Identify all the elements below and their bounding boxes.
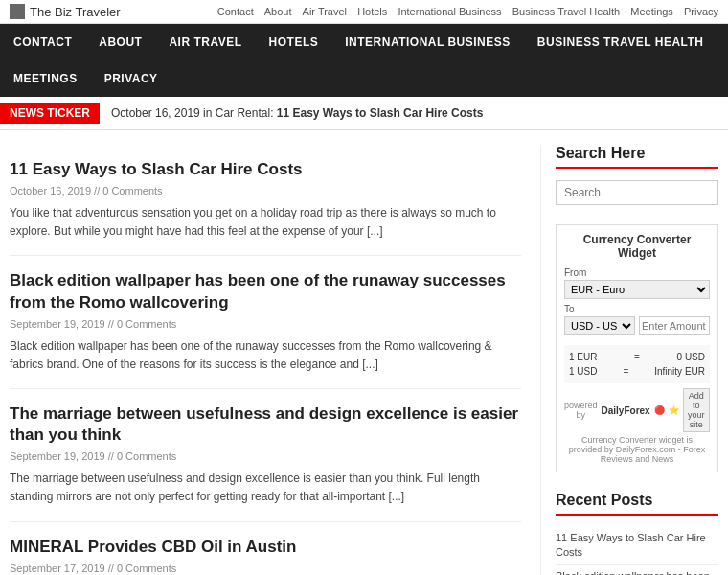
nav-hotels[interactable]: HOTELS	[256, 24, 332, 60]
article-3: The marriage between usefulness and desi…	[10, 389, 521, 522]
nav-health[interactable]: BUSINESS TRAVEL HEALTH	[524, 24, 717, 60]
search-heading: Search Here	[556, 145, 718, 169]
rate2-eq: =	[623, 366, 628, 377]
ticker-category[interactable]: Car Rental	[216, 106, 270, 120]
rate-row-2: 1 USD = Infinity EUR	[569, 364, 705, 379]
rate2-to: Infinity EUR	[654, 366, 705, 377]
article-3-meta: September 19, 2019 // 0 Comments	[10, 450, 521, 462]
article-2-meta: September 19, 2019 // 0 Comments	[10, 318, 521, 330]
dailyforex-logo: DailyForex	[602, 405, 650, 416]
article-3-date: September 19, 2019	[10, 450, 105, 462]
top-link-airtravel[interactable]: Air Travel	[303, 6, 347, 17]
top-link-contact[interactable]: Contact	[217, 6, 254, 17]
article-4-sep: //	[108, 563, 117, 574]
logo: The Biz Traveler	[10, 4, 121, 19]
currency-from-select[interactable]: EUR - Euro	[564, 280, 710, 299]
article-1-comments: 0 Comments	[102, 185, 162, 196]
article-2: Black edition wallpaper has been one of …	[10, 256, 521, 389]
article-4-title[interactable]: MINERAL Provides CBD Oil in Austin	[10, 538, 296, 556]
news-ticker-bar: News Ticker October 16, 2019 in Car Rent…	[0, 97, 728, 130]
top-link-privacy[interactable]: Privacy	[684, 6, 718, 17]
search-input[interactable]	[556, 180, 718, 205]
forex-icon2: ⭐	[669, 405, 679, 415]
recent-post-2-link[interactable]: Black edition wallpaper has been one of …	[556, 570, 710, 575]
article-1-title[interactable]: 11 Easy Ways to Slash Car Hire Costs	[10, 160, 303, 178]
nav-about[interactable]: ABOUT	[85, 24, 155, 60]
nav-intlbiz[interactable]: INTERNATIONAL BUSINESS	[331, 24, 524, 60]
main-container: 11 Easy Ways to Slash Car Hire Costs Oct…	[0, 130, 728, 575]
currency-widget-title: Currency Converter Widget	[564, 233, 710, 260]
forex-note: Currency Converter widget is provided by…	[564, 435, 710, 464]
top-link-hotels[interactable]: Hotels	[357, 6, 387, 17]
add-site-button[interactable]: Add to your site	[683, 388, 710, 432]
ticker-headline[interactable]: 11 Easy Ways to Slash Car Hire Costs	[277, 106, 484, 120]
top-link-about[interactable]: About	[264, 6, 292, 17]
nav-privacy[interactable]: PRIVACY	[91, 60, 171, 97]
rate-row-1: 1 EUR = 0 USD	[569, 350, 705, 364]
article-1: 11 Easy Ways to Slash Car Hire Costs Oct…	[10, 145, 521, 256]
article-4-date: September 17, 2019	[10, 563, 105, 574]
article-3-excerpt: The marriage between usefulness and desi…	[10, 470, 521, 506]
powered-by-label: powered by	[564, 401, 598, 420]
logo-icon	[10, 4, 25, 19]
article-1-date: October 16, 2019	[10, 185, 91, 196]
search-box: Search Here	[556, 145, 718, 205]
article-3-title[interactable]: The marriage between usefulness and desi…	[10, 404, 518, 444]
ticker-date: October 16, 2019	[111, 106, 200, 120]
article-2-title[interactable]: Black edition wallpaper has been one of …	[10, 271, 506, 310]
sidebar: Search Here Currency Converter Widget Fr…	[541, 145, 718, 575]
article-1-sep: //	[94, 185, 102, 196]
article-1-excerpt: You like that adventurous sensation you …	[10, 204, 521, 241]
logo-text: The Biz Traveler	[30, 5, 121, 19]
article-2-excerpt: Black edition wallpaper has been one of …	[10, 337, 521, 374]
content-area: 11 Easy Ways to Slash Car Hire Costs Oct…	[10, 145, 541, 575]
currency-widget: Currency Converter Widget From EUR - Eur…	[556, 224, 718, 472]
rate2-from: 1 USD	[569, 366, 597, 377]
article-3-comments: 0 Comments	[117, 450, 176, 462]
rate1-from: 1 EUR	[569, 352, 597, 362]
article-1-meta: October 16, 2019 // 0 Comments	[10, 185, 521, 196]
recent-posts-heading: Recent Posts	[556, 492, 718, 516]
ticker-in: in	[203, 106, 216, 120]
article-4-comments: 0 Comments	[117, 563, 176, 574]
nav-contact[interactable]: CONTACT	[0, 24, 85, 60]
recent-post-1: 11 Easy Ways to Slash Car Hire Costs	[556, 527, 718, 565]
article-2-date: September 19, 2019	[10, 318, 105, 330]
nav-airtravel[interactable]: AIR TRAVEL	[155, 24, 255, 60]
forex-icon1: 🔴	[654, 405, 665, 415]
top-link-meetings[interactable]: Meetings	[630, 6, 673, 17]
nav-meetings[interactable]: MEETINGS	[0, 60, 91, 97]
currency-from-label: From	[564, 267, 710, 278]
main-nav: CONTACT ABOUT AIR TRAVEL HOTELS INTERNAT…	[0, 24, 728, 97]
recent-posts: Recent Posts 11 Easy Ways to Slash Car H…	[556, 492, 718, 575]
article-2-sep: //	[108, 318, 117, 330]
recent-posts-list: 11 Easy Ways to Slash Car Hire Costs Bla…	[556, 527, 718, 575]
top-link-intlbiz[interactable]: International Business	[398, 6, 501, 17]
ticker-text: October 16, 2019 in Car Rental: 11 Easy …	[111, 106, 483, 120]
currency-amount-input[interactable]	[639, 316, 710, 335]
ticker-label: News Ticker	[0, 103, 100, 124]
article-2-comments: 0 Comments	[117, 318, 176, 330]
currency-rates: 1 EUR = 0 USD 1 USD = Infinity EUR	[564, 345, 710, 383]
rate1-eq: =	[634, 352, 640, 362]
currency-to-select[interactable]: USD - USA Dol	[564, 316, 635, 335]
article-4: MINERAL Provides CBD Oil in Austin Septe…	[10, 522, 521, 575]
top-bar: The Biz Traveler Contact About Air Trave…	[0, 0, 728, 24]
currency-powered: powered by DailyForex 🔴 ⭐ Add to your si…	[564, 388, 710, 432]
article-4-meta: September 17, 2019 // 0 Comments	[10, 563, 521, 574]
recent-post-1-link[interactable]: 11 Easy Ways to Slash Car Hire Costs	[556, 532, 706, 558]
currency-to-label: To	[564, 304, 710, 314]
top-links: Contact About Air Travel Hotels Internat…	[210, 6, 718, 17]
article-3-sep: //	[108, 450, 117, 462]
rate1-to: 0 USD	[677, 352, 705, 362]
top-link-health[interactable]: Business Travel Health	[512, 6, 621, 17]
recent-post-2: Black edition wallpaper has been one of …	[556, 565, 718, 575]
